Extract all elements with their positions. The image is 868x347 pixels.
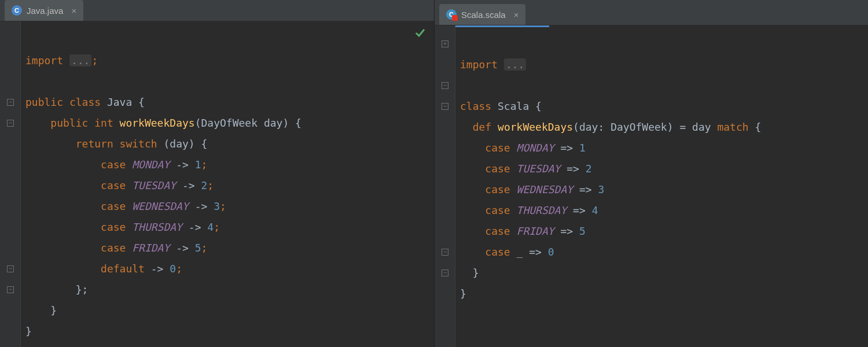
semicolon: ; (214, 221, 220, 233)
tab-label: Scala.scala (461, 10, 506, 20)
gutter (435, 25, 455, 347)
scala-file-icon: C (446, 9, 457, 20)
arrow: -> (151, 263, 164, 275)
close-brace: } (460, 287, 466, 300)
number: 0 (548, 246, 554, 258)
close-icon[interactable]: × (514, 10, 519, 20)
paren: ) (667, 121, 674, 133)
enum-friday: FRIDAY (517, 225, 554, 237)
keyword-switch: switch (120, 138, 157, 150)
semicolon: ; (201, 158, 208, 171)
keyword-public: public (50, 117, 88, 129)
arrow: => (579, 183, 592, 195)
number: 4 (207, 221, 214, 233)
number: 5 (579, 225, 586, 237)
keyword-class: class (69, 96, 101, 108)
tab-java[interactable]: C Java.java × (5, 0, 83, 21)
keyword-return: return (76, 138, 113, 150)
brace: { (755, 121, 761, 133)
keyword-match: match (717, 121, 748, 133)
close-brace-semi: }; (76, 283, 89, 296)
editor-pane-scala: C Scala.scala × import ... class Scala {… (434, 0, 868, 347)
paren: ( (195, 117, 201, 129)
editor-pane-java: C Java.java × import ...; public class J… (0, 0, 434, 347)
arrow: => (560, 225, 573, 237)
tab-scala[interactable]: C Scala.scala × (439, 4, 525, 25)
folded-region[interactable]: ... (69, 54, 92, 67)
fold-icon[interactable] (442, 103, 448, 110)
close-icon[interactable]: × (71, 6, 76, 16)
keyword-default: default (101, 263, 145, 275)
keyword-case: case (101, 200, 126, 212)
fold-icon[interactable] (442, 82, 448, 89)
arrow: -> (195, 200, 208, 212)
fold-icon[interactable] (442, 249, 448, 256)
keyword-case: case (485, 142, 510, 154)
semicolon: ; (220, 200, 226, 212)
fold-icon[interactable] (7, 99, 14, 106)
close-brace: } (473, 267, 479, 279)
java-file-icon: C (12, 5, 22, 16)
keyword-def: def (473, 121, 492, 133)
identifier: day (692, 121, 711, 133)
tab-label: Java.java (27, 6, 63, 16)
enum-thursday: THURSDAY (517, 204, 567, 216)
keyword-case: case (101, 221, 126, 233)
param-name: day (264, 117, 283, 129)
semicolon: ; (207, 179, 214, 191)
keyword-case: case (485, 183, 510, 195)
number: 3 (214, 200, 220, 212)
semicolon: ; (201, 242, 208, 254)
number: 1 (579, 142, 586, 154)
equals: = (679, 121, 686, 133)
keyword-int: int (94, 117, 113, 129)
gutter (0, 21, 21, 347)
fold-icon[interactable] (7, 265, 14, 272)
keyword-import: import (460, 58, 498, 71)
paren-brace: ) { (282, 117, 301, 129)
semicolon: ; (91, 54, 98, 67)
keyword-case: case (101, 158, 126, 171)
keyword-class: class (460, 100, 491, 112)
number: 1 (195, 158, 201, 171)
keyword-case: case (101, 242, 126, 254)
fold-icon[interactable] (442, 40, 448, 47)
fold-icon[interactable] (442, 270, 448, 276)
arrow: -> (176, 242, 189, 254)
arrow: => (560, 142, 573, 154)
keyword-case: case (101, 179, 126, 191)
arrow: => (567, 163, 579, 175)
number: 5 (195, 242, 201, 254)
arrow: -> (176, 158, 189, 171)
number: 3 (598, 183, 604, 195)
code-area-java[interactable]: import ...; public class Java { public i… (21, 21, 434, 347)
enum-tuesday: TUESDAY (517, 163, 561, 175)
number: 4 (592, 204, 598, 216)
switch-head: (day) { (163, 138, 207, 150)
keyword-case: case (485, 204, 510, 216)
number: 2 (586, 163, 592, 175)
colon: : (598, 121, 604, 133)
fold-icon[interactable] (7, 286, 14, 293)
arrow: => (529, 246, 542, 258)
enum-wednesday: WEDNESDAY (132, 200, 189, 212)
enum-friday: FRIDAY (132, 242, 170, 254)
keyword-public: public (25, 96, 63, 108)
type-name: DayOfWeek (610, 121, 667, 133)
checkmark-icon (414, 27, 426, 39)
close-brace: } (25, 325, 32, 337)
type-name: DayOfWeek (201, 117, 258, 129)
method-name: workWeekDays (120, 117, 195, 129)
arrow: -> (189, 221, 201, 233)
class-name: Scala (498, 100, 529, 112)
enum-monday: MONDAY (517, 142, 554, 154)
code-area-scala[interactable]: import ... class Scala { def workWeekDay… (455, 25, 868, 347)
wildcard: _ (517, 246, 523, 258)
fold-icon[interactable] (7, 120, 14, 127)
paren: ( (573, 121, 579, 133)
enum-thursday: THURSDAY (132, 221, 182, 233)
keyword-case: case (485, 246, 510, 258)
number: 0 (170, 263, 176, 275)
folded-region[interactable]: ... (504, 58, 527, 71)
brace: { (535, 100, 542, 112)
